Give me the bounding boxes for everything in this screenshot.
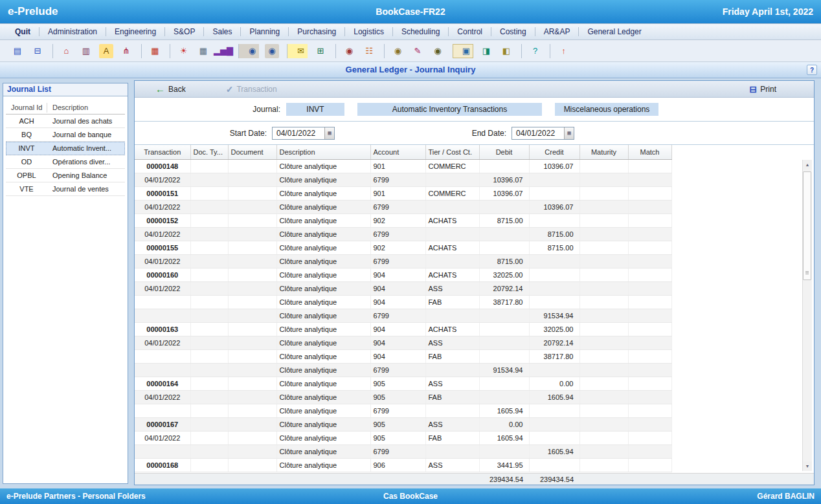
transaction-cell[interactable]: 04/01/2022 [135,336,190,349]
start-date-input[interactable]: 04/01/2022 ▦ [272,127,335,140]
transaction-cell[interactable]: 04/01/2022 [135,227,190,241]
column-header[interactable]: Account [370,145,425,159]
description-cell: Clôture analytique [276,173,370,186]
transaction-cell[interactable]: 00000163 [135,322,190,336]
account-cell: 904 [370,268,425,281]
table-row[interactable]: Clôture analytique 904 FAB 38717.80 [135,349,671,363]
transaction-cell[interactable]: 00000155 [135,241,190,254]
transaction-cell[interactable]: 04/01/2022 [135,431,190,444]
table-row[interactable]: Clôture analytique 6799 91534.94 [135,363,671,377]
transaction-cell[interactable]: 04/01/2022 [135,281,190,295]
journal-list-item[interactable]: VTE Journal de ventes [6,182,125,196]
menu-item[interactable]: S&OP [164,27,203,36]
journal-list-item[interactable]: ACH Journal des achats [6,115,125,128]
transaction-cell[interactable]: 04/01/2022 [135,254,190,268]
menu-item[interactable]: Engineering [106,27,164,36]
transaction-cell[interactable] [135,444,190,458]
table-row[interactable]: Clôture analytique 6799 1605.94 [135,404,671,417]
print-button[interactable]: ⊟ Print [750,84,776,94]
journal-list-item[interactable]: INVT Automatic Invent... [6,142,125,155]
journal-list-item[interactable]: OD Opérations diver... [6,155,125,169]
table-row[interactable]: 04/01/2022 Clôture analytique 6799 10396… [135,173,671,186]
transaction-cell[interactable]: 00000148 [135,159,190,173]
transaction-cell[interactable]: 00000151 [135,186,190,200]
transaction-cell[interactable] [135,295,190,309]
transaction-cell[interactable]: 00000167 [135,417,190,431]
journal-list-item[interactable]: OPBL Opening Balance [6,169,125,182]
table-row[interactable]: 00000168 Clôture analytique 906 ASS 3441… [135,458,671,472]
table-row[interactable]: 04/01/2022 Clôture analytique 6799 10396… [135,200,671,214]
transaction-cell[interactable]: 00000164 [135,377,190,390]
back-button[interactable]: ← Back [155,83,186,94]
account-cell: 6799 [370,404,425,417]
menu-item[interactable]: Administration [39,27,106,36]
start-date-calendar-icon[interactable]: ▦ [324,127,334,139]
menu-item[interactable]: Costing [491,27,535,36]
column-header[interactable]: Tier / Cost Ct. [425,145,479,159]
scroll-down-icon[interactable]: ▼ [803,461,812,471]
column-header[interactable]: Document [228,145,276,159]
transaction-cell[interactable] [135,363,190,377]
end-date-input[interactable]: 04/01/2022 ▦ [512,127,574,140]
table-row[interactable]: 00000155 Clôture analytique 902 ACHATS 8… [135,241,671,254]
transaction-cell[interactable]: 00000168 [135,458,190,472]
table-row[interactable]: Clôture analytique 904 FAB 38717.80 [135,295,671,309]
column-header[interactable]: Maturity [579,145,628,159]
table-row[interactable]: 04/01/2022 Clôture analytique 904 ASS 20… [135,336,671,349]
table-row[interactable]: 00000151 Clôture analytique 901 COMMERC … [135,186,671,200]
transaction-cell[interactable]: 04/01/2022 [135,200,190,214]
table-row[interactable]: 04/01/2022 Clôture analytique 904 ASS 20… [135,281,671,295]
table-row[interactable]: 00000164 Clôture analytique 905 ASS 0.00 [135,377,671,390]
journal-list-item[interactable]: BQ Journal de banque [6,128,125,142]
transaction-cell[interactable] [135,404,190,417]
column-header[interactable]: Transaction [135,145,190,159]
column-header[interactable]: Description [276,145,370,159]
maturity-cell [579,281,628,295]
column-header[interactable]: Doc. Ty... [190,145,228,159]
table-row[interactable]: 04/01/2022 Clôture analytique 6799 8715.… [135,254,671,268]
maturity-cell [579,186,628,200]
transaction-cell[interactable]: 04/01/2022 [135,173,190,186]
menu-item[interactable]: Scheduling [392,27,448,36]
menu-item[interactable]: Logistics [344,27,392,36]
transactions-grid: Transaction Doc. Ty... Document Descript… [135,144,814,472]
table-row[interactable]: 04/01/2022 Clôture analytique 905 FAB 16… [135,390,671,404]
menu-item[interactable]: AR&AP [535,27,579,36]
menu-item[interactable]: Purchasing [288,27,344,36]
menu-item[interactable]: Quit [6,27,39,36]
account-cell: 6799 [370,444,425,458]
column-header[interactable]: Debit [479,145,529,159]
transaction-cell[interactable]: 00000152 [135,214,190,227]
table-row[interactable]: Clôture analytique 6799 91534.94 [135,309,671,322]
menu-item[interactable]: Planning [240,27,288,36]
transaction-cell[interactable] [135,349,190,363]
transaction-cell[interactable] [135,309,190,322]
scroll-up-icon[interactable]: ▲ [803,160,812,170]
table-row[interactable]: 00000152 Clôture analytique 902 ACHATS 8… [135,214,671,227]
menu-item[interactable]: Sales [203,27,240,36]
vertical-scrollbar[interactable]: ▲ ▼ [802,160,812,471]
description-cell: Clôture analytique [276,377,370,390]
table-row[interactable]: 00000148 Clôture analytique 901 COMMERC … [135,159,671,173]
journal-description: Journal de ventes [47,185,125,193]
transaction-cell[interactable]: 04/01/2022 [135,390,190,404]
table-row[interactable]: 04/01/2022 Clôture analytique 905 FAB 16… [135,431,671,444]
table-row[interactable]: 00000167 Clôture analytique 905 ASS 0.00 [135,417,671,431]
app-header: e-Prelude BookCase-FR22 Friday April 1st… [0,0,821,23]
menu-item[interactable]: General Ledger [578,27,649,36]
table-row[interactable]: 04/01/2022 Clôture analytique 6799 8715.… [135,227,671,241]
table-row[interactable]: 00000160 Clôture analytique 904 ACHATS 3… [135,268,671,281]
help-button[interactable]: ? [807,65,817,75]
maturity-cell [579,173,628,186]
transaction-cell[interactable]: 00000160 [135,268,190,281]
document-cell [228,281,276,295]
menu-item[interactable]: Control [448,27,491,36]
table-row[interactable]: 00000163 Clôture analytique 904 ACHATS 3… [135,322,671,336]
column-header[interactable]: Credit [529,145,579,159]
table-row[interactable]: Clôture analytique 6799 1605.94 [135,444,671,458]
document-cell [228,431,276,444]
scrollbar-thumb[interactable] [803,171,811,280]
column-header[interactable]: Match [628,145,671,159]
doc-type-cell [190,363,228,377]
end-date-calendar-icon[interactable]: ▦ [564,127,574,139]
